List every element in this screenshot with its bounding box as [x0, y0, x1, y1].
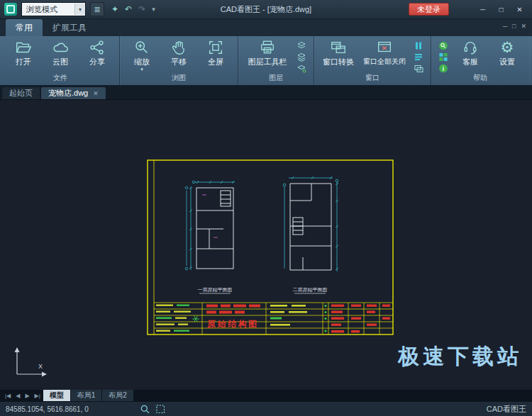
tab-common[interactable]: 常用 [6, 19, 43, 36]
close-all-windows-button[interactable]: 窗口全部关闭 [360, 38, 409, 67]
plan-2-dimensions [283, 176, 338, 271]
nav-prev-button[interactable]: ◀ [13, 390, 22, 401]
settings-button[interactable]: ⚙ 设置 [489, 38, 525, 68]
ribbon-group-help: i 客服 ⚙ 设置 [431, 36, 529, 85]
status-select-icon[interactable] [156, 405, 165, 414]
close-button[interactable]: ✕ [511, 4, 528, 16]
child-window-controls: ─ □ ✕ [503, 23, 526, 30]
pause-icon[interactable] [413, 41, 424, 50]
quick-access-toolbar: ✦ ↶ ↷ ▾ [111, 4, 155, 14]
redo-icon[interactable]: ↷ [138, 4, 145, 14]
window-controls: ─ □ ✕ [475, 4, 528, 16]
group-label-view: 浏图 [120, 73, 238, 85]
status-zoom-icon[interactable] [140, 405, 150, 414]
share-button-label: 分享 [89, 57, 105, 67]
pan-hand-icon [170, 39, 187, 56]
open-folder-icon [15, 39, 32, 56]
tile-horizontal-icon[interactable] [413, 52, 424, 62]
title-block-left-annotations [156, 305, 191, 332]
ribbon-tab-row: 常用 扩展工具 ─ □ ✕ [0, 19, 532, 36]
group-label-layer: 图层 [238, 73, 314, 85]
child-restore-button[interactable]: □ [512, 23, 516, 30]
tab-model[interactable]: 模型 [43, 390, 70, 401]
settings-label: 设置 [499, 57, 515, 67]
svg-text:i: i [443, 65, 444, 72]
help-mini-buttons: i [436, 38, 451, 73]
ribbon-group-layer: 图层工具栏 [238, 36, 314, 85]
nav-last-button[interactable]: ▶| [33, 390, 43, 401]
app-logo-icon [4, 3, 17, 16]
fullscreen-button-label: 全屏 [208, 57, 223, 67]
quick-access-dropdown-icon[interactable]: ▾ [152, 6, 155, 13]
window-mini-buttons [411, 38, 426, 73]
mode-select-value: 浏览模式 [22, 4, 74, 15]
zoom-button-label: 缩放 [134, 57, 150, 67]
close-all-windows-label: 窗口全部关闭 [363, 57, 406, 67]
app-grid-icon[interactable] [438, 52, 449, 62]
fullscreen-icon [207, 39, 224, 56]
headset-icon [462, 39, 479, 56]
title-block-main-text: 原始结构图 [206, 319, 259, 329]
cad-drawing[interactable]: 一层原始平面图 二层原始平面图 [145, 158, 395, 337]
tab-start-page-label: 起始页 [9, 88, 33, 99]
ribbon-group-file: 打开 云图 分享 [1, 36, 120, 85]
pin-icon[interactable]: ✦ [111, 4, 118, 14]
zoom-search-icon[interactable] [438, 41, 449, 50]
customer-service-label: 客服 [462, 57, 478, 67]
zoom-dropdown-icon[interactable]: ▾ [140, 68, 143, 71]
layout-tab-bar: |◀ ◀ ▶ ▶| 模型 布局1 布局2 [0, 390, 532, 401]
plan-1-caption: 一层原始平面图 [198, 287, 233, 293]
nav-next-button[interactable]: ▶ [23, 390, 31, 401]
layer-off-icon[interactable] [296, 64, 307, 73]
status-bar: 84585.1054, 5616.8661, 0 CAD看图王 [0, 401, 532, 416]
undo-icon[interactable]: ↶ [125, 4, 132, 14]
maximize-button[interactable]: □ [493, 4, 509, 16]
tab-extended-tools[interactable]: 扩展工具 [43, 19, 96, 36]
tab-drawing-file[interactable]: 宠物店.dwg ✕ [41, 87, 106, 99]
tab-close-icon[interactable]: ✕ [93, 90, 99, 97]
cloud-drawing-button[interactable]: 云图 [43, 38, 78, 68]
tab-drawing-label: 宠物店.dwg [48, 88, 88, 99]
layer-mini-buttons [294, 38, 309, 73]
minimize-button[interactable]: ─ [475, 4, 491, 16]
child-close-button[interactable]: ✕ [521, 23, 526, 30]
zoom-button[interactable]: 缩放 ▾ [124, 38, 160, 72]
mode-menu-button[interactable]: ≣ [90, 2, 104, 16]
window-switch-label: 窗口转换 [323, 57, 354, 67]
info-icon[interactable]: i [438, 64, 449, 73]
child-minimize-button[interactable]: ─ [503, 23, 507, 30]
group-label-window: 窗口 [314, 73, 431, 85]
layer-merge-icon[interactable] [296, 52, 307, 62]
tab-start-page[interactable]: 起始页 [2, 87, 40, 99]
layer-toolbar-button[interactable]: 图层工具栏 [243, 38, 292, 68]
nav-first-button[interactable]: |◀ [3, 390, 13, 401]
statusbar-brand: CAD看图王 [487, 404, 526, 415]
ucs-axis-icon: X [7, 343, 52, 380]
app-window: 浏览模式 ▾ ≣ ✦ ↶ ↷ ▾ CAD看图王 - [宠物店.dwg] 未登录 … [0, 0, 532, 416]
cursor-coordinates: 84585.1054, 5616.8661, 0 [6, 405, 112, 413]
share-button[interactable]: 分享 [79, 38, 115, 68]
cascade-windows-icon[interactable] [413, 64, 424, 73]
watermark-text: 极速下载站 [398, 342, 522, 371]
login-button[interactable]: 未登录 [409, 3, 449, 16]
floor-plan-2 [290, 184, 331, 270]
drawing-canvas[interactable]: 一层原始平面图 二层原始平面图 [0, 100, 532, 390]
customer-service-button[interactable]: 客服 [453, 38, 488, 68]
open-button[interactable]: 打开 [6, 38, 41, 68]
close-all-windows-icon [376, 39, 393, 56]
mode-dropdown-icon[interactable]: ▾ [74, 4, 85, 15]
tab-layout1[interactable]: 布局1 [71, 390, 102, 401]
mode-select[interactable]: 浏览模式 ▾ [21, 2, 86, 16]
zoom-icon [133, 39, 150, 56]
window-switch-button[interactable]: 窗口转换 [318, 38, 358, 68]
layer-toolbar-label: 图层工具栏 [248, 57, 287, 67]
cloud-icon [52, 39, 69, 56]
fullscreen-button[interactable]: 全屏 [198, 38, 233, 68]
pan-button[interactable]: 平移 [161, 38, 196, 68]
ribbon-group-view: 缩放 ▾ 平移 全屏 [120, 36, 238, 85]
tab-layout2[interactable]: 布局2 [102, 390, 133, 401]
title-bar: 浏览模式 ▾ ≣ ✦ ↶ ↷ ▾ CAD看图王 - [宠物店.dwg] 未登录 … [0, 0, 532, 19]
green-asterisk-mark [192, 316, 199, 322]
layer-state-icon[interactable] [296, 41, 307, 50]
group-label-file: 文件 [1, 73, 119, 85]
